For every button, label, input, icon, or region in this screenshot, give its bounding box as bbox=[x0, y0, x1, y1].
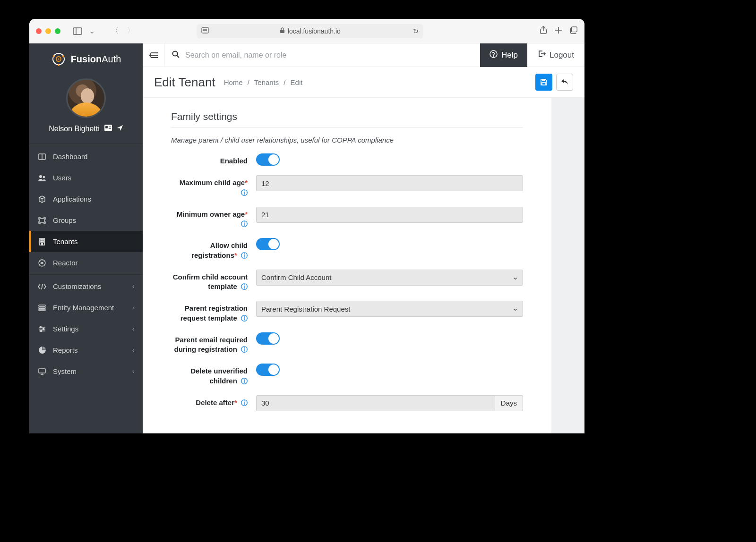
minimize-window-button[interactable] bbox=[45, 28, 51, 34]
sidebar-item-reports[interactable]: Reports ‹ bbox=[29, 339, 143, 361]
tabs-overview-icon[interactable] bbox=[569, 26, 578, 36]
svg-rect-37 bbox=[39, 309, 45, 311]
svg-rect-35 bbox=[39, 305, 45, 306]
info-icon[interactable]: ⓘ bbox=[241, 345, 248, 354]
svg-rect-32 bbox=[42, 243, 43, 245]
url-bar[interactable]: local.fusionauth.io ↻ bbox=[197, 24, 423, 38]
breadcrumb-tenants[interactable]: Tenants bbox=[254, 78, 279, 86]
svg-rect-28 bbox=[41, 239, 42, 240]
select-parent-reg-tpl[interactable]: Parent Registration Request bbox=[256, 301, 523, 317]
sidebar-item-dashboard[interactable]: Dashboard bbox=[29, 146, 143, 167]
forward-button: 〉 bbox=[125, 26, 137, 36]
sidebar-item-label: System bbox=[53, 367, 77, 375]
breadcrumb-current: Edit bbox=[291, 78, 303, 86]
label-delete-unverified: Delete unverified children bbox=[190, 367, 248, 384]
input-min-owner-age[interactable] bbox=[256, 207, 523, 223]
svg-rect-5 bbox=[280, 30, 284, 33]
select-confirm-child-tpl[interactable]: Confirm Child Account bbox=[256, 270, 523, 286]
svg-rect-17 bbox=[105, 126, 108, 128]
help-icon bbox=[490, 50, 498, 60]
svg-rect-19 bbox=[109, 128, 111, 129]
toggle-delete-unverified[interactable] bbox=[256, 364, 280, 376]
sidebar-item-reactor[interactable]: Reactor bbox=[29, 252, 143, 273]
svg-rect-36 bbox=[39, 307, 45, 308]
titlebar-dropdown-icon[interactable]: ⌄ bbox=[87, 26, 97, 35]
sidebar-item-label: Groups bbox=[53, 216, 76, 224]
search-input[interactable] bbox=[185, 51, 472, 59]
help-button[interactable]: Help bbox=[480, 43, 527, 67]
breadcrumb: Home/ Tenants/ Edit bbox=[224, 78, 303, 86]
avatar[interactable] bbox=[66, 78, 106, 118]
info-icon[interactable]: ⓘ bbox=[241, 398, 248, 407]
sliders-icon bbox=[38, 326, 46, 332]
location-arrow-icon[interactable] bbox=[117, 125, 123, 133]
breadcrumb-home[interactable]: Home bbox=[224, 78, 243, 86]
reader-mode-icon[interactable] bbox=[201, 27, 209, 35]
back-button[interactable]: 〈 bbox=[109, 26, 120, 36]
sidebar-toggle-icon[interactable] bbox=[73, 27, 82, 35]
sidebar-item-users[interactable]: Users bbox=[29, 167, 143, 188]
svg-point-42 bbox=[43, 328, 44, 330]
input-delete-after[interactable] bbox=[256, 395, 495, 411]
sidebar-item-label: Entity Management bbox=[53, 304, 114, 312]
collapse-sidebar-button[interactable] bbox=[143, 43, 164, 67]
cube-icon bbox=[38, 195, 46, 203]
search-icon bbox=[172, 51, 180, 60]
brand-text: FusionAuth bbox=[71, 54, 121, 65]
save-button[interactable] bbox=[535, 74, 552, 91]
zoom-window-button[interactable] bbox=[55, 28, 60, 34]
logout-label: Logout bbox=[550, 51, 574, 60]
chevron-left-icon: ‹ bbox=[132, 347, 134, 354]
sidebar-item-entity-management[interactable]: Entity Management ‹ bbox=[29, 297, 143, 318]
right-gutter-bg bbox=[551, 98, 584, 433]
svg-rect-54 bbox=[542, 79, 545, 81]
back-button[interactable] bbox=[556, 74, 573, 91]
sidebar-item-applications[interactable]: Applications bbox=[29, 188, 143, 210]
groups-icon bbox=[38, 217, 46, 224]
info-icon[interactable]: ⓘ bbox=[241, 220, 248, 229]
svg-point-14 bbox=[62, 55, 64, 57]
sidebar-item-customizations[interactable]: Customizations ‹ bbox=[29, 276, 143, 297]
sidebar-item-tenants[interactable]: Tenants bbox=[29, 231, 143, 252]
toggle-allow-child-reg[interactable] bbox=[256, 238, 280, 250]
info-icon[interactable]: ⓘ bbox=[241, 251, 248, 260]
vcard-icon[interactable] bbox=[104, 125, 112, 133]
svg-point-50 bbox=[173, 51, 178, 56]
info-icon[interactable]: ⓘ bbox=[241, 314, 248, 323]
logout-button[interactable]: Logout bbox=[527, 43, 584, 67]
reload-icon[interactable]: ↻ bbox=[413, 27, 419, 35]
sidebar-item-label: Customizations bbox=[53, 282, 102, 290]
user-name: Nelson Bighetti bbox=[49, 125, 100, 133]
info-icon[interactable]: ⓘ bbox=[241, 188, 248, 197]
users-icon bbox=[38, 175, 46, 181]
sidebar-item-label: Users bbox=[53, 174, 71, 182]
label-allow-child-reg: Allow child registrations bbox=[191, 241, 248, 259]
sidebar-item-system[interactable]: System ‹ bbox=[29, 361, 143, 382]
svg-rect-55 bbox=[542, 83, 546, 85]
svg-rect-31 bbox=[43, 241, 43, 242]
label-enabled: Enabled bbox=[220, 157, 248, 165]
svg-point-41 bbox=[40, 326, 42, 328]
new-tab-icon[interactable] bbox=[554, 26, 563, 36]
info-icon[interactable]: ⓘ bbox=[241, 282, 248, 291]
share-icon[interactable] bbox=[539, 26, 548, 36]
sidebar-item-label: Dashboard bbox=[53, 152, 87, 161]
label-parent-email-req: Parent email required during registratio… bbox=[174, 336, 248, 353]
content-area: Family settings Manage parent / child us… bbox=[143, 98, 584, 433]
undo-icon bbox=[561, 79, 568, 85]
toggle-enabled[interactable] bbox=[256, 153, 280, 166]
sidebar-item-label: Reports bbox=[53, 346, 78, 354]
sidebar-item-groups[interactable]: Groups bbox=[29, 210, 143, 231]
close-window-button[interactable] bbox=[36, 28, 42, 34]
sidebar-item-label: Applications bbox=[53, 195, 91, 203]
chevron-left-icon: ‹ bbox=[132, 283, 134, 290]
info-icon[interactable]: ⓘ bbox=[241, 377, 248, 386]
input-max-child-age[interactable] bbox=[256, 175, 523, 191]
sidebar-item-settings[interactable]: Settings ‹ bbox=[29, 318, 143, 339]
toggle-parent-email-req[interactable] bbox=[256, 332, 280, 345]
brand-logo[interactable]: FusionAuth bbox=[29, 43, 143, 75]
sidebar-item-label: Reactor bbox=[53, 259, 78, 267]
svg-rect-44 bbox=[39, 369, 45, 373]
search-bar bbox=[164, 51, 480, 60]
label-parent-reg-tpl: Parent registration request template bbox=[180, 304, 248, 322]
